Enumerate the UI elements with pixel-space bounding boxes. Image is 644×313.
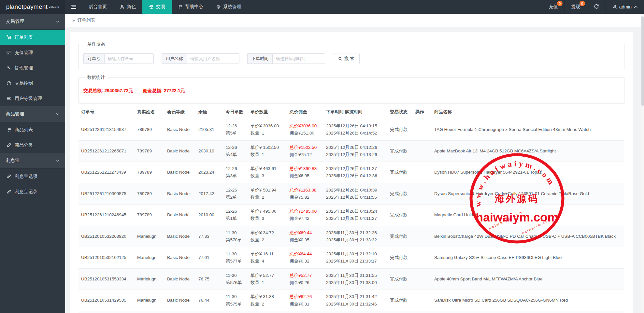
admin-menu[interactable]: admin: [606, 0, 644, 14]
sidebar-item-product-category[interactable]: 商品分类: [0, 137, 65, 153]
link-icon: [7, 189, 11, 194]
credit-card-icon: [7, 50, 11, 55]
order-time-label: 下单时间: [247, 53, 272, 64]
sidebar-item-recharge-management[interactable]: 充值管理: [0, 45, 65, 60]
sidebar-section-interest-treasure[interactable]: 利息宝: [0, 153, 65, 169]
nav-item-trade[interactable]: 交易: [142, 0, 172, 14]
scrollbar-thumb[interactable]: [641, 16, 644, 106]
cell-operation: [413, 226, 432, 247]
sidebar-item-user-level-management[interactable]: 用户等级管理: [0, 91, 65, 106]
search-button[interactable]: 搜 索: [333, 53, 360, 64]
cell-trade-status: 完成付款: [387, 268, 413, 290]
col-product-name: 商品名称: [432, 105, 624, 119]
app-version: V25.3.6: [49, 5, 59, 8]
list-bars-icon: [7, 96, 11, 101]
cell-balance: 76.24: [196, 311, 223, 313]
cell-today-count: 11-30第576单: [223, 268, 248, 290]
col-member-level: 会员等级: [165, 105, 196, 119]
cell-operation: [413, 119, 432, 141]
cell-member-level: Basic Node: [165, 268, 196, 290]
cell-total-commission: 总价¥1485.00佣金¥7.42: [287, 205, 323, 226]
table-header-row: 订单号 真实姓名 会员等级 余额 今日单数 单价数量 总价佣金 下单时间 解冻时…: [79, 105, 624, 119]
sidebar-item-trade-control[interactable]: 交易控制: [0, 76, 65, 91]
admin-username: admin: [619, 4, 632, 9]
cell-trade-status: 完成付款: [387, 140, 413, 162]
cell-member-level: Basic Node: [165, 183, 196, 205]
sidebar-item-order-list[interactable]: 订单列表: [0, 30, 65, 45]
sidebar-item-product-list[interactable]: 商品列表: [0, 122, 65, 137]
cell-product-name: Dyson Supersonic R Hairdryer Curly+Coily…: [432, 183, 624, 205]
search-icon: [338, 57, 342, 61]
cell-unit-price-qty: 单价¥ 34.72数量: 2: [248, 226, 287, 247]
total-commission: 佣金总额: 27722.1元: [143, 88, 185, 93]
col-today-count: 今日单数: [223, 105, 248, 119]
cell-member-level: Basic Node: [165, 162, 196, 183]
cart-icon: [7, 35, 11, 40]
recharge-button[interactable]: 充值 0: [542, 0, 565, 14]
sidebar-item-withdraw-management[interactable]: 提现管理: [0, 60, 65, 76]
cell-balance: 76.44: [196, 290, 223, 311]
cell-member-level: Basic Node: [165, 311, 196, 313]
cell-unit-price-qty: 单价¥ 31.38数量: 2: [248, 290, 287, 311]
order-time-input[interactable]: [272, 53, 325, 64]
refresh-button[interactable]: [587, 0, 606, 14]
sidebar-toggle-button[interactable]: [65, 0, 82, 14]
cell-total-commission: 总价¥1163.88佣金¥5.82: [287, 183, 323, 205]
cell-today-count: 12-26第5单: [223, 119, 248, 141]
nav-item-home[interactable]: 后台首页: [82, 0, 113, 14]
table-row: UB2512010531283398 Marielugn Basic Node …: [79, 311, 624, 313]
nav-item-system[interactable]: 系统管理: [210, 0, 248, 14]
cell-operation: [413, 247, 432, 269]
sidebar-section-product-management[interactable]: 商品管理: [0, 106, 65, 122]
cell-trade-status: 完成付款: [387, 162, 413, 183]
cell-trade-status: 完成付款: [387, 183, 413, 205]
chevron-down-icon: [56, 21, 59, 23]
cell-today-count: 11-30第575单: [223, 290, 248, 311]
breadcrumb-arrow: »: [72, 18, 75, 23]
cell-balance: 76.75: [196, 268, 223, 290]
sidebar-item-interest-options[interactable]: 利息宝选项: [0, 169, 65, 184]
cell-today-count: 11-30第577单: [223, 247, 248, 269]
cell-today-count: 12-26第4单: [223, 140, 248, 162]
cart-filled-icon: [7, 127, 11, 132]
col-balance: 余额: [196, 105, 223, 119]
cell-operation: [413, 268, 432, 290]
table-row: UB2512010531558334 Marielugn Basic Node …: [79, 268, 624, 290]
cell-times: 2025年11月30日 21:32:102025年11月30日 21:33:17: [323, 247, 387, 269]
order-no-input[interactable]: [104, 53, 154, 64]
cell-today-count: 12-26第1单: [223, 205, 248, 226]
nav-item-roles[interactable]: 角色: [113, 0, 142, 14]
cell-times: 2025年12月26日 04:13:152025年12月26日 04:14:52: [323, 119, 387, 141]
sidebar-section-trade-management[interactable]: 交易管理: [0, 14, 65, 30]
cell-order-no: UB2512010531429535: [79, 290, 135, 311]
cell-total-commission: 总价¥40.83佣金¥0.20: [287, 311, 323, 313]
sidebar-item-interest-records[interactable]: 利息宝记录: [0, 184, 65, 199]
cell-real-name: 789789: [135, 140, 165, 162]
cell-order-no: UB2512261213154937: [79, 119, 135, 141]
stats-fieldset: 数据统计 交易总额: 2940357.72元 佣金总额: 27722.1元: [79, 75, 624, 104]
col-operation: 操作: [413, 105, 432, 119]
gavel-icon: [7, 65, 11, 70]
cell-total-commission: 总价¥3036.00佣金¥151.80: [287, 119, 323, 141]
nav-item-help-center[interactable]: 帮助中心: [172, 0, 210, 14]
cell-balance: 77.01: [196, 247, 223, 269]
cell-product-name: Dyson HD07 Supersonic Hairdryer 56442921…: [432, 162, 624, 183]
cell-times: 2025年12月26日 04:12:262025年12月26日 04:13:29: [323, 140, 387, 162]
table-row: UB2512261211273439 789789 Basic Node 202…: [79, 162, 624, 183]
user-name-label: 用户名称: [162, 53, 187, 64]
cell-total-commission: 总价¥1390.83佣金¥6.95: [287, 162, 323, 183]
total-amount: 交易总额: 2940357.72元: [83, 88, 133, 93]
cell-order-no: UB2512010532263920: [79, 226, 135, 247]
cell-unit-price-qty: 单价¥ 581.94数量: 2: [248, 183, 287, 205]
order-no-field: 订单号: [83, 53, 154, 64]
cell-trade-status: 完成付款: [387, 247, 413, 269]
user-name-input[interactable]: [187, 53, 239, 64]
cell-operation: [413, 140, 432, 162]
cell-balance: 2030.19: [196, 140, 223, 162]
cell-trade-status: 完成付款: [387, 119, 413, 141]
withdraw-button[interactable]: 提现 0: [565, 0, 587, 14]
cell-unit-price-qty: 单价¥ 13.61数量: 3: [248, 311, 287, 313]
search-legend: 条件搜索: [85, 41, 107, 47]
cell-unit-price-qty: 单价¥ 3036.00数量: 1: [248, 119, 287, 141]
cell-real-name: Marielugn: [135, 290, 165, 311]
